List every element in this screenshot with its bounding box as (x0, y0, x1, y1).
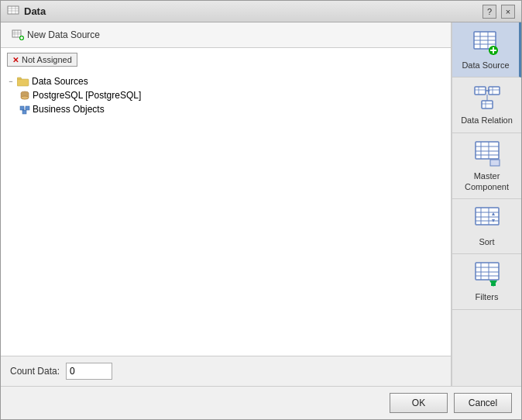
panel-item-data-relation[interactable]: Data Relation (452, 77, 521, 133)
panel-item-sort[interactable]: Sort (452, 199, 521, 254)
main-area: New Data Source ✕ Not Assigned − (1, 22, 452, 386)
x-icon: ✕ (12, 56, 19, 64)
business-objects-item[interactable]: Business Objects (19, 102, 445, 116)
postgresql-icon (19, 90, 30, 101)
svg-rect-48 (490, 160, 500, 166)
business-objects-label: Business Objects (33, 104, 105, 115)
data-source-panel-icon (472, 29, 500, 57)
sort-panel-label: Sort (479, 236, 494, 247)
svg-rect-0 (8, 6, 19, 14)
postgresql-item[interactable]: PostgreSQL [PostgreSQL] (19, 88, 445, 102)
new-data-source-icon (12, 29, 24, 41)
new-data-source-button[interactable]: New Data Source (7, 26, 105, 43)
filters-panel-label: Filters (476, 291, 499, 302)
dialog-icon (7, 5, 19, 18)
svg-rect-64 (491, 284, 496, 286)
svg-rect-18 (22, 110, 26, 114)
ok-button[interactable]: OK (390, 393, 448, 413)
svg-rect-33 (489, 87, 500, 95)
count-label: Count Data: (10, 366, 60, 377)
folder-icon (17, 76, 29, 87)
toolbar: New Data Source (1, 22, 451, 48)
data-relation-panel-icon (473, 84, 501, 112)
tree-children: PostgreSQL [PostgreSQL] (19, 88, 445, 116)
svg-rect-42 (476, 142, 499, 159)
cancel-button[interactable]: Cancel (454, 393, 512, 413)
tree-group: − Data Sources (7, 74, 445, 116)
master-component-panel-icon (473, 139, 501, 167)
svg-rect-38 (482, 101, 493, 108)
data-relation-panel-label: Data Relation (461, 115, 513, 126)
panel-item-filters[interactable]: Filters (452, 254, 521, 309)
help-button[interactable]: ? (483, 5, 496, 19)
close-button[interactable]: × (501, 5, 515, 19)
not-assigned-label: Not Assigned (22, 55, 72, 64)
svg-rect-57 (476, 263, 499, 280)
bottom-bar: Count Data: (1, 356, 451, 386)
svg-rect-16 (20, 106, 24, 110)
svg-rect-49 (476, 208, 499, 225)
not-assigned-button[interactable]: ✕ Not Assigned (7, 53, 77, 67)
panel-item-data-source[interactable]: Data Source (452, 22, 521, 77)
svg-rect-30 (475, 87, 486, 95)
data-dialog: Data ? × (0, 0, 522, 420)
svg-rect-17 (26, 106, 29, 110)
sort-panel-icon (473, 205, 501, 233)
svg-rect-13 (17, 79, 29, 86)
title-bar: Data ? × (1, 1, 521, 22)
buttons-bar: OK Cancel (1, 386, 521, 419)
svg-point-15 (21, 96, 29, 99)
dialog-title: Data (24, 5, 46, 17)
title-bar-left: Data (7, 5, 46, 18)
title-bar-right: ? × (483, 5, 515, 19)
business-objects-icon (19, 104, 30, 115)
new-data-source-label: New Data Source (27, 29, 100, 40)
svg-rect-5 (12, 30, 21, 37)
dialog-content: New Data Source ✕ Not Assigned − (1, 22, 521, 386)
data-sources-label: Data Sources (32, 76, 88, 87)
master-component-panel-label: Master Component (455, 170, 518, 193)
expand-icon: − (7, 77, 15, 85)
right-panel: Data Source (452, 22, 521, 386)
tree-area: ✕ Not Assigned − Data Sources (1, 48, 451, 356)
filters-panel-icon (473, 260, 501, 288)
panel-item-master-component[interactable]: Master Component (452, 133, 521, 200)
count-input[interactable] (66, 363, 112, 380)
postgresql-label: PostgreSQL [PostgreSQL] (33, 90, 141, 101)
data-source-panel-label: Data Source (462, 60, 509, 71)
data-sources-item[interactable]: − Data Sources (7, 74, 445, 88)
